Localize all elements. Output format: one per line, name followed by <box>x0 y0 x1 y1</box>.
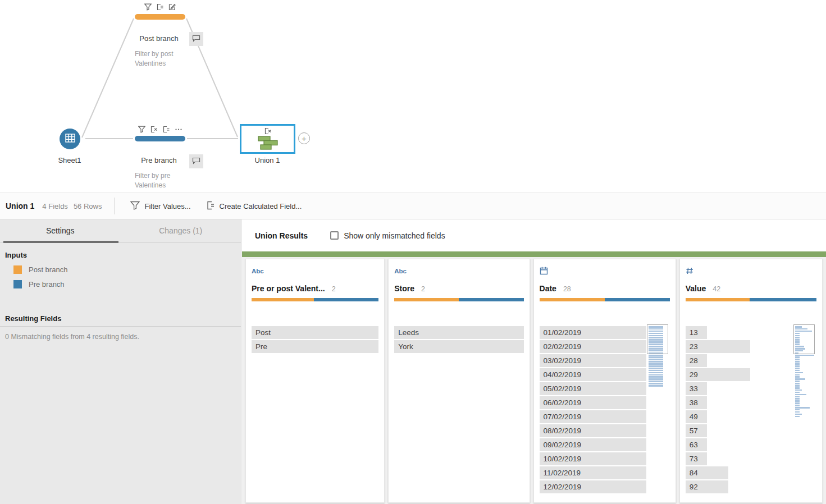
node-annotation-pre: Filter by pre Valentines <box>135 171 170 190</box>
section-divider <box>0 326 241 327</box>
value-cell[interactable]: Pre <box>252 340 378 353</box>
panel-tabs: Settings Changes (1) <box>0 219 241 242</box>
value-cell[interactable]: 92 <box>686 480 728 493</box>
field-card-date[interactable]: Date2801/02/201902/02/201903/02/201904/0… <box>533 259 676 503</box>
filter-values-button[interactable]: Filter Values... <box>130 201 190 212</box>
comment-bubble-icon <box>192 34 200 44</box>
value-cell[interactable]: 13 <box>686 326 707 339</box>
plus-icon: + <box>302 134 307 143</box>
step-node-union1-selected[interactable] <box>240 124 295 154</box>
step-node-post-branch[interactable] <box>135 14 185 20</box>
value-cell[interactable]: 38 <box>686 396 707 409</box>
step-summary: 4 Fields 56 Rows <box>42 202 102 210</box>
value-cell[interactable]: 73 <box>686 452 707 465</box>
step-node-pre-branch[interactable] <box>135 136 185 141</box>
node-label-sheet1[interactable]: Sheet1 <box>30 156 109 164</box>
column-minimap-scrollbar[interactable] <box>646 326 670 494</box>
value-cell[interactable]: 06/02/2019 <box>540 396 646 409</box>
value-cell[interactable]: 03/02/2019 <box>540 354 646 367</box>
value-cell[interactable]: Leeds <box>394 326 523 339</box>
field-distinct-count: 42 <box>713 285 720 293</box>
value-cell[interactable]: York <box>394 340 523 353</box>
node-label-union1[interactable]: Union 1 <box>228 156 307 164</box>
flow-canvas[interactable]: Sheet1 Post branch Filter by post Valent… <box>0 0 826 193</box>
value-cell[interactable]: 12/02/2019 <box>540 480 646 493</box>
tab-changes[interactable]: Changes (1) <box>121 219 241 242</box>
table-grid-icon <box>65 134 75 145</box>
node-toolbar-union[interactable] <box>264 127 272 135</box>
create-calculated-field-button[interactable]: Create Calculated Field... <box>207 201 302 212</box>
comment-indicator-post[interactable] <box>189 32 203 46</box>
comment-indicator-pre[interactable] <box>189 154 203 168</box>
value-cell[interactable]: 49 <box>686 410 707 423</box>
filter-icon[interactable] <box>138 126 145 133</box>
field-distinct-count: 2 <box>421 285 425 293</box>
node-toolbar-pre-branch[interactable] <box>132 126 188 133</box>
value-cell[interactable]: 05/02/2019 <box>540 382 646 395</box>
node-label-pre-branch[interactable]: Pre branch <box>120 156 198 164</box>
value-cell[interactable]: 01/02/2019 <box>540 326 646 339</box>
mismatch-summary-text: 0 Mismatching fields from 4 resulting fi… <box>5 333 241 341</box>
field-name[interactable]: Value <box>686 284 706 293</box>
calculated-field-icon <box>207 201 215 212</box>
input-item-pre-branch[interactable]: Pre branch <box>13 280 241 288</box>
comment-bubble-icon <box>192 157 200 167</box>
calendar-icon <box>540 267 548 276</box>
value-cell[interactable]: 07/02/2019 <box>540 410 646 423</box>
field-cards: AbcPre or post Valent...2PostPreAbcStore… <box>242 257 826 504</box>
field-name[interactable]: Store <box>394 284 414 293</box>
column-minimap-scrollbar[interactable] <box>793 326 816 494</box>
field-card-pre-or-post-valent[interactable]: AbcPre or post Valent...2PostPre <box>245 259 385 503</box>
field-name[interactable]: Date <box>540 284 556 293</box>
union-icon <box>257 136 279 153</box>
value-cell[interactable]: 29 <box>686 368 750 381</box>
filter-icon[interactable] <box>144 3 152 11</box>
value-cell[interactable]: 63 <box>686 438 707 451</box>
add-step-button[interactable]: + <box>298 132 310 144</box>
value-cell[interactable]: Post <box>252 326 378 339</box>
field-name[interactable]: Pre or post Valent... <box>252 284 325 293</box>
value-cell[interactable]: 02/02/2019 <box>540 340 646 353</box>
tab-settings[interactable]: Settings <box>0 219 121 242</box>
input-item-post-branch[interactable]: Post branch <box>13 265 241 274</box>
input-origin-bar <box>252 298 378 301</box>
union-color-strip <box>242 251 826 257</box>
field-distinct-count: 28 <box>563 285 571 293</box>
pre-branch-color-swatch <box>13 280 22 288</box>
minimap-viewport[interactable] <box>647 324 668 354</box>
filter-icon <box>130 201 140 212</box>
value-cell[interactable]: 08/02/2019 <box>540 424 646 437</box>
node-annotation-post: Filter by post Valentines <box>135 49 174 68</box>
node-toolbar-post-branch[interactable] <box>135 3 185 11</box>
show-mismatched-checkbox[interactable] <box>330 231 339 240</box>
value-cell[interactable]: 84 <box>686 466 728 479</box>
value-cell[interactable]: 09/02/2019 <box>540 438 646 451</box>
value-cell[interactable]: 04/02/2019 <box>540 368 646 381</box>
string-type-label: Abc <box>252 266 378 276</box>
input-origin-bar <box>394 298 523 301</box>
value-cell[interactable]: 28 <box>686 354 707 367</box>
value-cell[interactable]: 23 <box>686 340 750 353</box>
remove-field-icon[interactable] <box>264 127 272 135</box>
fields-count: 4 Fields <box>42 202 68 210</box>
field-card-store[interactable]: AbcStore2LeedsYork <box>388 259 530 503</box>
edit-icon[interactable] <box>168 3 176 11</box>
input-origin-bar <box>540 298 670 301</box>
remove-field-icon[interactable] <box>150 126 158 133</box>
calculated-field-icon[interactable] <box>162 126 170 133</box>
value-cell[interactable]: 10/02/2019 <box>540 452 646 465</box>
step-title: Union 1 <box>6 201 34 210</box>
value-cell[interactable]: 33 <box>686 382 707 395</box>
value-cell[interactable]: 11/02/2019 <box>540 466 646 479</box>
input-node-sheet1[interactable] <box>60 129 80 149</box>
show-mismatched-label: Show only mismatched fields <box>344 231 445 240</box>
field-card-value[interactable]: Value42132328293338495763738492 <box>679 259 823 503</box>
string-type-label: Abc <box>394 266 523 276</box>
more-icon[interactable] <box>175 126 182 133</box>
value-cell[interactable]: 57 <box>686 424 707 437</box>
union-results-title: Union Results <box>255 231 308 240</box>
calculated-field-icon[interactable] <box>156 3 164 11</box>
minimap-viewport[interactable] <box>793 324 815 354</box>
field-distinct-count: 2 <box>332 285 336 293</box>
node-label-post-branch[interactable]: Post branch <box>120 34 198 43</box>
